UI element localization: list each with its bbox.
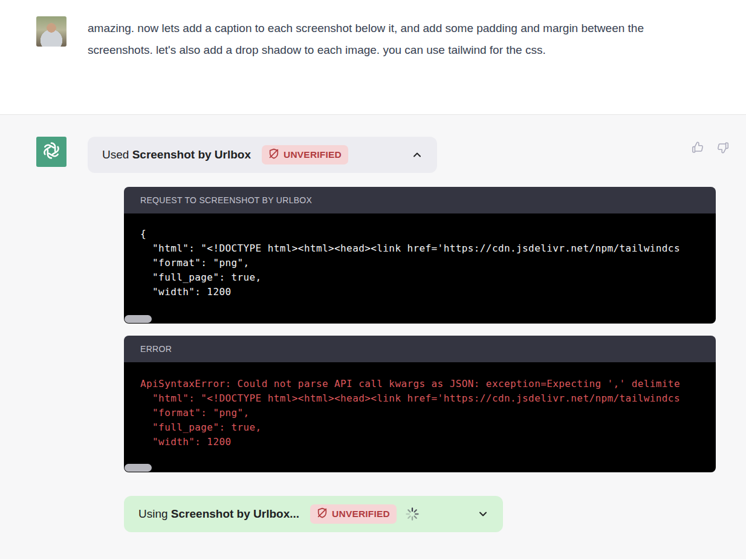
code-line: "format": "png", [140, 256, 716, 270]
code-line: "full_page": true, [140, 420, 716, 435]
using-plugin-toggle[interactable]: Using Screenshot by Urlbox... UNVERIFIED [124, 496, 503, 532]
code-line: { [140, 227, 716, 241]
openai-logo-icon [41, 140, 62, 163]
user-message-row: amazing. now lets add a caption to each … [0, 0, 746, 115]
used-plugin-label: Used Screenshot by Urlbox [102, 148, 251, 161]
code-line: "width": 1200 [140, 285, 716, 299]
chevron-up-icon [412, 149, 423, 160]
error-code-body: ApiSyntaxError: Could not parse API call… [124, 362, 716, 472]
plugin-name: Screenshot by Urlbox... [171, 507, 299, 520]
chevron-down-icon [478, 509, 488, 519]
horizontal-scrollbar-thumb[interactable] [125, 464, 152, 472]
error-code-block: ERROR ApiSyntaxError: Could not parse AP… [124, 336, 716, 472]
unverified-badge-label: UNVERIFIED [332, 509, 390, 519]
thumbs-up-icon [691, 147, 704, 156]
request-code-block: REQUEST TO SCREENSHOT BY URLBOX { "html"… [124, 187, 716, 324]
shield-slash-icon [268, 148, 279, 161]
request-code-body: { "html": "<!DOCTYPE html><html><head><l… [124, 213, 716, 324]
shield-slash-icon [317, 507, 328, 521]
code-line: "full_page": true, [140, 270, 716, 285]
assistant-message-row: Used Screenshot by Urlbox UNVERIFIED REQ… [0, 115, 746, 559]
thumbs-down-button[interactable] [716, 141, 730, 156]
assistant-avatar [36, 137, 66, 167]
unverified-badge: UNVERIFIED [310, 504, 397, 524]
code-line: "html": "<!DOCTYPE html><html><head><lin… [140, 391, 716, 406]
feedback-buttons [691, 141, 730, 156]
plugin-name: Screenshot by Urlbox [132, 148, 251, 161]
code-line: "format": "png", [140, 406, 716, 420]
user-avatar [36, 16, 66, 47]
code-line: "html": "<!DOCTYPE html><html><head><lin… [140, 241, 716, 256]
using-plugin-label: Using Screenshot by Urlbox... [138, 507, 299, 521]
thumbs-up-button[interactable] [691, 141, 704, 156]
thumbs-down-icon [716, 147, 730, 156]
user-message-text: amazing. now lets add a caption to each … [88, 16, 683, 114]
error-code-header: ERROR [124, 336, 716, 362]
unverified-badge: UNVERIFIED [262, 145, 348, 164]
unverified-badge-label: UNVERIFIED [284, 149, 342, 160]
request-code-header: REQUEST TO SCREENSHOT BY URLBOX [124, 187, 716, 213]
used-plugin-toggle[interactable]: Used Screenshot by Urlbox UNVERIFIED [88, 137, 437, 173]
loading-spinner-icon [404, 506, 420, 522]
code-line: ApiSyntaxError: Could not parse API call… [140, 377, 716, 391]
horizontal-scrollbar-thumb[interactable] [125, 315, 152, 323]
code-line: "width": 1200 [140, 435, 716, 449]
